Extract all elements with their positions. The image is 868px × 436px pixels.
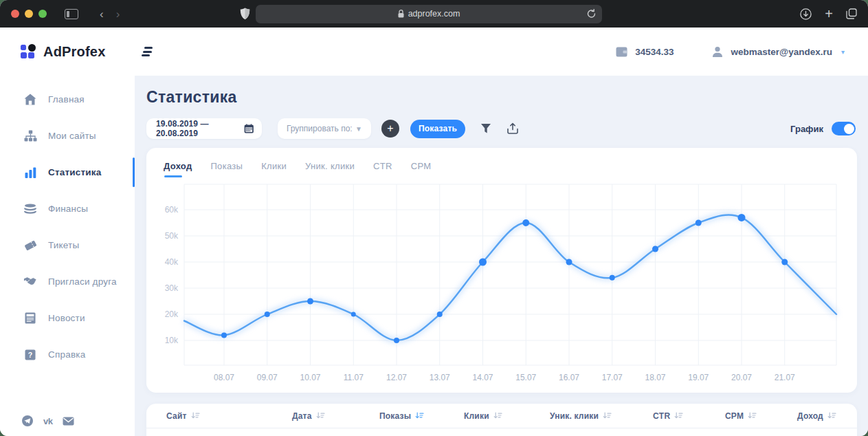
sidebar-nav: ГлавнаяМои сайтыСтатистикаФинансыТикетыП… xyxy=(0,76,135,373)
data-point[interactable] xyxy=(265,312,270,317)
column-label: Сайт xyxy=(166,411,187,421)
column-header-1[interactable]: Сайт xyxy=(166,411,292,421)
tab-kliki[interactable]: Клики xyxy=(261,161,287,177)
sidebar-item-help[interactable]: ?Справка xyxy=(0,336,135,373)
chart-toggle-switch[interactable] xyxy=(832,122,856,135)
x-axis-label: 21.07 xyxy=(775,373,795,382)
privacy-shield-icon[interactable] xyxy=(240,8,250,20)
data-point[interactable] xyxy=(610,275,615,281)
sidebar-item-label: Справка xyxy=(48,349,85,360)
group-by-select[interactable]: Группировать по: ▼ xyxy=(278,118,371,139)
sidebar-item-bar-chart[interactable]: Статистика xyxy=(0,154,135,190)
show-button[interactable]: Показать xyxy=(410,120,465,138)
tab-cpm[interactable]: CPM xyxy=(411,161,432,177)
sort-icon[interactable] xyxy=(415,412,424,419)
sidebar-socials: vk xyxy=(22,415,74,426)
data-point[interactable] xyxy=(437,312,443,317)
tab-overview-icon[interactable] xyxy=(846,8,857,19)
data-point[interactable] xyxy=(522,219,529,226)
y-axis-label: 40k xyxy=(165,257,179,267)
sidebar-item-news[interactable]: Новости xyxy=(0,300,135,336)
sort-icon[interactable] xyxy=(316,412,325,419)
sort-icon[interactable] xyxy=(674,412,683,419)
coins-icon xyxy=(23,204,37,215)
sort-icon[interactable] xyxy=(748,412,757,419)
x-axis-label: 17.07 xyxy=(602,373,623,382)
data-point[interactable] xyxy=(781,259,788,265)
sort-icon[interactable] xyxy=(603,412,612,419)
column-header-5[interactable]: Уник. клики xyxy=(550,411,653,421)
chart-canvas[interactable]: 10k20k30k40k50k60k08.0709.0710.0711.0712… xyxy=(146,181,857,389)
sidebar-item-sitemap[interactable]: Мои сайты xyxy=(0,118,135,154)
sort-icon[interactable] xyxy=(191,412,200,419)
minimize-window-button[interactable] xyxy=(25,10,33,18)
data-point[interactable] xyxy=(351,312,356,317)
y-axis-label: 20k xyxy=(165,309,179,319)
x-axis-label: 18.07 xyxy=(645,373,665,382)
email-icon[interactable] xyxy=(63,417,74,426)
table-row[interactable]: info.gotovim-edu.ru21.08.2019181660010.0… xyxy=(146,428,857,436)
back-button[interactable]: ‹ xyxy=(93,8,110,20)
x-axis-label: 16.07 xyxy=(559,373,579,382)
stats-table: СайтДатаПоказыКликиУник. кликиCTRCPMДохо… xyxy=(146,404,857,436)
x-axis-label: 20.07 xyxy=(731,373,752,382)
browser-window: ‹ › adprofex.com + AdProfex xyxy=(0,0,868,436)
sidebar-item-home[interactable]: Главная xyxy=(0,81,135,118)
column-header-7[interactable]: CPM xyxy=(725,411,797,421)
browser-sidebar-icon[interactable] xyxy=(65,9,78,19)
data-point[interactable] xyxy=(394,338,399,343)
tab-pokazy[interactable]: Показы xyxy=(210,161,243,177)
column-header-4[interactable]: Клики xyxy=(464,411,550,421)
date-range-picker[interactable]: 19.08.2019 — 20.08.2019 xyxy=(146,118,262,139)
tab-unik-kliki[interactable]: Уник. клики xyxy=(305,161,355,177)
x-axis-label: 13.07 xyxy=(430,373,450,382)
column-label: Доход xyxy=(797,411,823,421)
telegram-icon[interactable] xyxy=(22,415,33,426)
sidebar-item-label: Финансы xyxy=(48,204,88,214)
tab-ctr[interactable]: CTR xyxy=(373,161,392,177)
column-header-8[interactable]: Доход xyxy=(797,411,857,421)
page-title: Статистика xyxy=(146,88,857,107)
user-icon xyxy=(712,46,723,58)
sidebar-item-ticket[interactable]: Тикеты xyxy=(0,227,135,263)
data-point[interactable] xyxy=(307,298,313,305)
browser-chrome: ‹ › adprofex.com + xyxy=(0,0,868,28)
reload-icon[interactable] xyxy=(587,9,596,19)
tab-dohod[interactable]: Доход xyxy=(164,161,192,177)
data-point[interactable] xyxy=(566,259,572,265)
column-header-6[interactable]: CTR xyxy=(653,411,725,421)
controls-row: 19.08.2019 — 20.08.2019 Группировать по:… xyxy=(146,118,857,139)
address-bar[interactable]: adprofex.com xyxy=(256,5,602,23)
data-point[interactable] xyxy=(479,259,487,266)
menu-toggle-icon[interactable] xyxy=(142,47,153,56)
add-filter-button[interactable]: + xyxy=(381,120,399,138)
user-menu[interactable]: webmaster@yandex.ru ▾ xyxy=(712,46,845,58)
sort-icon[interactable] xyxy=(493,412,502,419)
sort-icon[interactable] xyxy=(827,412,836,419)
brand-logo[interactable]: AdProfex xyxy=(21,44,106,60)
data-point[interactable] xyxy=(695,220,702,226)
column-label: Клики xyxy=(464,411,489,421)
sidebar-item-handshake[interactable]: Пригласи друга xyxy=(0,263,135,300)
data-point[interactable] xyxy=(652,246,658,252)
balance-widget[interactable]: 34534.33 xyxy=(616,47,674,57)
new-tab-icon[interactable]: + xyxy=(825,6,833,22)
sidebar-item-label: Тикеты xyxy=(48,240,79,250)
data-point[interactable] xyxy=(221,332,227,338)
vk-icon[interactable]: vk xyxy=(43,416,52,426)
line-chart[interactable]: 10k20k30k40k50k60k08.0709.0710.0711.0712… xyxy=(146,181,857,389)
sidebar-item-coins[interactable]: Финансы xyxy=(0,190,135,227)
export-icon[interactable] xyxy=(507,122,519,135)
chart-card: ДоходПоказыКликиУник. кликиCTRCPM 10k20k… xyxy=(146,148,857,393)
svg-text:?: ? xyxy=(28,350,32,358)
data-point[interactable] xyxy=(738,214,746,221)
column-header-2[interactable]: Дата xyxy=(292,411,379,421)
downloads-icon[interactable] xyxy=(800,8,812,20)
column-label: Дата xyxy=(292,411,312,421)
column-header-3[interactable]: Показы xyxy=(379,411,464,421)
wallet-icon xyxy=(616,47,627,57)
forward-button[interactable]: › xyxy=(110,8,126,20)
filter-funnel-icon[interactable] xyxy=(480,123,491,134)
close-window-button[interactable] xyxy=(11,10,19,18)
fullscreen-window-button[interactable] xyxy=(38,10,47,18)
